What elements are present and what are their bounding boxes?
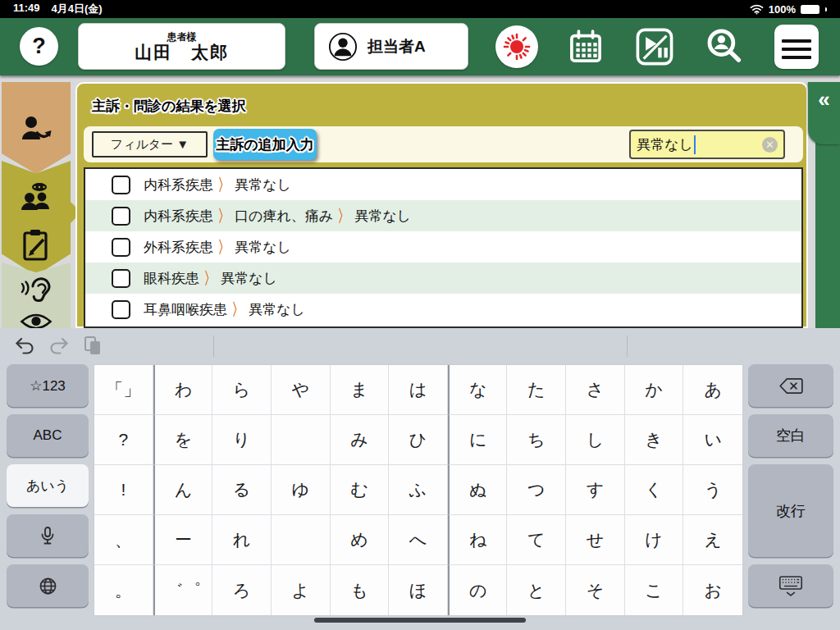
key-dismiss[interactable] — [748, 564, 833, 607]
row-checkbox[interactable] — [112, 176, 130, 194]
key-return[interactable]: 改行 — [748, 464, 833, 557]
key-kana[interactable]: す — [566, 465, 625, 515]
mic-icon — [39, 526, 57, 546]
key-kana[interactable]: ま — [331, 365, 390, 415]
sun-button[interactable] — [495, 25, 538, 68]
key-kana[interactable]: れ — [212, 515, 272, 565]
redo-icon[interactable] — [48, 335, 71, 358]
list-item[interactable]: 内科系疾患〉口の痺れ、痛み〉異常なし — [85, 200, 801, 231]
key-symbols[interactable]: ☆123 — [7, 364, 89, 407]
menu-button[interactable] — [774, 25, 819, 69]
sidebar-item-interview[interactable] — [2, 161, 71, 276]
list-item[interactable]: 耳鼻咽喉疾患〉異常なし — [85, 294, 801, 325]
sidebar-item-patient-transfer[interactable] — [2, 82, 71, 174]
key-kana[interactable]: ほ — [389, 565, 448, 615]
key-delete[interactable] — [748, 364, 833, 407]
key-kana[interactable]: 。 — [94, 565, 153, 615]
row-checkbox[interactable] — [112, 207, 130, 226]
key-kana[interactable]: み — [331, 415, 390, 465]
key-kana[interactable]: く — [625, 465, 684, 515]
key-kana[interactable]: ち — [507, 415, 566, 465]
key-kana[interactable]: の — [448, 565, 508, 615]
list-item[interactable]: 外科系疾患〉異常なし — [85, 231, 801, 262]
key-kana[interactable]: さ — [566, 365, 625, 415]
keyboard-left-keys: ☆123ABCあいう — [7, 364, 89, 614]
key-kana[interactable]: ゛゜ — [153, 565, 213, 615]
key-kana[interactable]: せ — [566, 515, 625, 565]
key-kana[interactable]: あ — [683, 365, 742, 415]
key-kana[interactable]: う — [683, 465, 742, 515]
collapse-panel-button[interactable]: « — [808, 82, 840, 144]
list-item[interactable]: 内科系疾患〉異常なし — [85, 169, 801, 200]
key-kana[interactable]: 、 — [94, 515, 153, 565]
staff-button[interactable]: 担当者A — [314, 23, 468, 70]
key-kana[interactable]: そ — [566, 565, 625, 615]
key-kana[interactable]: に — [448, 415, 508, 465]
key-kana[interactable]: よ — [272, 565, 331, 615]
user-search-icon — [705, 27, 744, 66]
play-pause-button[interactable] — [633, 25, 676, 68]
sun-icon — [502, 32, 532, 62]
keyboard-right-keys: 空白改行 — [748, 364, 833, 614]
key-kana[interactable]: ゆ — [272, 465, 331, 515]
filter-dropdown[interactable]: フィルター ▼ — [92, 131, 208, 158]
key-dictation[interactable] — [7, 514, 89, 557]
key-kana[interactable]: い — [683, 415, 742, 465]
key-kana[interactable]: も — [331, 565, 390, 615]
key-kana[interactable]: ー — [153, 515, 213, 565]
key-kana[interactable]: ふ — [389, 465, 448, 515]
key-kana[interactable]: し — [566, 415, 625, 465]
search-input[interactable]: 異常なし ✕ — [629, 130, 785, 159]
key-kana[interactable]: か — [625, 365, 684, 415]
paste-icon[interactable] — [81, 335, 104, 358]
help-button[interactable]: ? — [20, 27, 58, 66]
list-item[interactable]: 眼科疾患〉異常なし — [85, 262, 801, 294]
add-complaint-button[interactable]: 主訴の追加入力 — [213, 129, 317, 160]
key-kana[interactable]: は — [389, 365, 448, 415]
key-kana[interactable]: た — [507, 365, 566, 415]
key-kana[interactable]: へ — [389, 515, 448, 565]
row-text: 耳鼻咽喉疾患 — [144, 300, 227, 319]
key-kana[interactable]: と — [507, 565, 566, 615]
key-kana[interactable]: け — [625, 515, 684, 565]
key-kana[interactable]: ? — [94, 415, 153, 465]
key-kana[interactable]: つ — [507, 465, 566, 515]
key-abc[interactable]: ABC — [7, 414, 89, 457]
key-kana[interactable]: わ — [153, 365, 213, 415]
key-kana[interactable]: て — [507, 515, 566, 565]
page-title: 主訴・問診の結果を選択 — [92, 97, 246, 116]
key-kana[interactable]: こ — [625, 565, 684, 615]
undo-icon[interactable] — [13, 335, 36, 358]
user-search-button[interactable] — [703, 25, 746, 68]
row-checkbox[interactable] — [112, 238, 130, 257]
key-kana[interactable]: や — [272, 365, 331, 415]
key-kana[interactable]: き — [625, 415, 684, 465]
key-kana[interactable]: り — [212, 415, 272, 465]
key-kana[interactable]: な — [448, 365, 508, 415]
key-kana[interactable]: ぬ — [448, 465, 508, 515]
play-pause-icon — [636, 28, 673, 66]
key-kana[interactable]: ん — [153, 465, 213, 515]
key-kana[interactable]: 「」 — [94, 365, 153, 415]
key-kana[interactable]: を — [153, 415, 213, 465]
key-kana[interactable]: ひ — [389, 415, 448, 465]
calendar-button[interactable] — [564, 25, 607, 68]
key-kana[interactable]: あいう — [7, 464, 89, 507]
clear-icon[interactable]: ✕ — [762, 137, 778, 153]
key-kana[interactable]: ろ — [212, 565, 272, 615]
key-kana[interactable]: ! — [94, 465, 153, 515]
key-kana[interactable]: お — [683, 565, 742, 615]
row-checkbox[interactable] — [112, 300, 130, 319]
row-checkbox[interactable] — [112, 269, 130, 288]
key-kana[interactable]: る — [212, 465, 272, 515]
sidebar-item-senses[interactable] — [2, 262, 71, 328]
home-indicator[interactable] — [314, 618, 526, 623]
patient-button[interactable]: 患者様 山田 太郎 — [78, 23, 285, 70]
key-kana[interactable]: ら — [212, 365, 272, 415]
key-space[interactable]: 空白 — [748, 414, 833, 457]
key-kana[interactable]: え — [683, 515, 742, 565]
key-kana[interactable]: ね — [448, 515, 508, 565]
key-kana[interactable]: め — [331, 515, 390, 565]
key-globe[interactable] — [7, 564, 89, 607]
key-kana[interactable]: む — [331, 465, 390, 515]
